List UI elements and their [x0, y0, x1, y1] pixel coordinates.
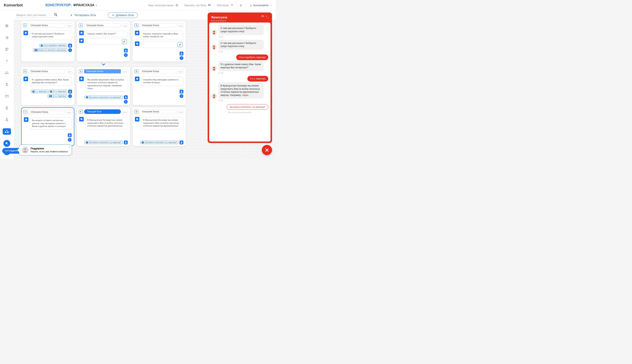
block-8[interactable]: 8 Текущий блок В Французском бульваре мы… — [77, 108, 130, 146]
sidebar-item-lock2[interactable] — [3, 116, 11, 123]
add-chip-button[interactable] — [124, 53, 128, 57]
block-message[interactable]: Хорошо, напишите пожалуйста Ваш номер те… — [141, 31, 183, 40]
block-input-field[interactable] — [85, 38, 128, 45]
block-title[interactable]: Описание блока — [140, 110, 176, 114]
chip[interactable]: 82-х к. квартира — [49, 90, 67, 93]
block-message[interactable]: В Французском бульваре мы можем предложи… — [85, 117, 128, 129]
chip[interactable]: 51 к. квартира — [31, 90, 48, 93]
plug-icon — [5, 59, 9, 63]
chat-suggestion[interactable]: Как можно посмотреть эту квартиру? — [227, 104, 268, 110]
chip[interactable]: 7Как можно посмотреть эту квартиру? — [140, 141, 178, 144]
bot-icon — [79, 76, 84, 81]
bot-icon — [135, 42, 139, 46]
block-menu-button[interactable] — [67, 23, 72, 28]
test-bot-button[interactable]: Тестировать бота — [70, 14, 96, 17]
person-icon — [23, 148, 28, 153]
constructor-label: КОНСТРУКТОР: — [46, 3, 72, 7]
block-title[interactable]: Текущий блок — [84, 109, 121, 114]
chevron-down-icon — [270, 4, 272, 6]
zoom-in-button[interactable] — [4, 140, 10, 147]
block-menu-button[interactable] — [178, 109, 184, 114]
block-title[interactable]: Описание блока — [84, 23, 121, 28]
add-chip-button[interactable] — [180, 56, 183, 60]
sidebar-item-billing[interactable] — [3, 93, 11, 100]
block-menu-button[interactable] — [66, 110, 72, 114]
notifications-button[interactable] — [237, 0, 245, 10]
block-4[interactable]: 4 Описание блока Я с удовольствием помог… — [21, 67, 74, 106]
block-9[interactable]: 9 Описание блока В Французском бульваре … — [133, 108, 186, 146]
support-close-button[interactable]: × — [69, 146, 70, 148]
block-menu-button[interactable] — [122, 69, 128, 74]
block-title[interactable]: Описание блока — [29, 23, 65, 28]
block-title[interactable]: Описание блока — [140, 69, 176, 74]
block-title[interactable]: Описание блока — [84, 69, 121, 74]
add-block-button[interactable]: Добавить блок — [108, 12, 137, 18]
chat-refresh-button[interactable] — [262, 16, 265, 19]
search-button[interactable] — [54, 13, 58, 18]
chip[interactable]: 103-х к. квартира — [48, 94, 67, 98]
add-chip-button[interactable] — [68, 138, 72, 142]
chip[interactable]: 7Как можно посмотреть эту квартиру? — [85, 96, 123, 99]
block-message[interactable]: В Французском бульваре мы можем предложи… — [141, 117, 183, 129]
block-message[interactable]: Вы можете оставить контактные данные, на… — [30, 117, 72, 130]
block-message[interactable]: Спасибо! Наш менеджер свяжется в течение… — [141, 76, 183, 86]
chip[interactable]: 4Хочу подобрать квартиру — [39, 44, 67, 47]
block-2[interactable]: 2 Описание блока Хорошо, какой у Вас воп… — [77, 21, 130, 62]
sidebar-item-lock1[interactable] — [3, 105, 11, 111]
user-menu[interactable]: konveradmin — [246, 0, 272, 10]
block-title[interactable]: Описание блока — [29, 110, 65, 114]
person-icon — [68, 44, 72, 48]
chat-expand-button[interactable] — [266, 16, 269, 19]
block-menu-button[interactable] — [67, 69, 72, 74]
chip[interactable]: 11Вопрос по ипотеке и рассрочке — [33, 48, 67, 52]
block-menu-button[interactable] — [122, 109, 128, 114]
block-title[interactable]: Описание блока — [29, 69, 65, 74]
search-input[interactable] — [16, 13, 54, 17]
person-icon — [124, 48, 128, 52]
chat-body[interactable]: О чем вам рассказать? Выберите среди под… — [209, 22, 271, 142]
add-chip-button[interactable] — [124, 100, 128, 104]
edit-button[interactable] — [122, 39, 127, 44]
telegram-link[interactable]: Наш телеграм канал — [146, 0, 180, 10]
block-message[interactable]: Я с удовольствием помогу Вам. Какая квар… — [30, 76, 72, 86]
sidebar-item-integrations[interactable] — [3, 58, 11, 64]
block-menu-button[interactable] — [178, 23, 184, 28]
block-message[interactable]: Мы можем предложить Вам на выбор несколь… — [85, 76, 128, 92]
chip[interactable]: 7Как можно посмотреть эту квартиру? — [85, 141, 123, 144]
sidebar-item-access[interactable] — [3, 81, 11, 88]
svg-point-8 — [182, 26, 182, 26]
chat-dots — [209, 20, 271, 22]
svg-point-25 — [181, 112, 181, 112]
block-1[interactable]: 1 Описание блока О чем вам рассказать? В… — [21, 21, 74, 62]
sidebar-item-settings[interactable] — [3, 34, 11, 41]
block-menu-button[interactable] — [178, 69, 184, 74]
bot-avatar — [212, 66, 217, 71]
training-link[interactable]: Обучение — [214, 0, 236, 10]
close-chat-fab[interactable] — [262, 145, 272, 155]
bot-name-dropdown[interactable]: ФРАНСУАЗА — [73, 3, 98, 7]
add-chip-button[interactable] — [68, 48, 72, 52]
block-input-field[interactable] — [141, 42, 183, 48]
sidebar-item-users[interactable] — [3, 70, 11, 76]
chat-header: Франсуаза — [209, 14, 271, 20]
block-title[interactable]: Описание блока — [140, 23, 176, 28]
svg-point-38 — [214, 95, 215, 96]
block-message[interactable]: О чем вам рассказать? Выберите среди под… — [30, 31, 72, 40]
person-icon — [180, 90, 183, 94]
block-number: 2 — [79, 24, 83, 27]
order-bot-link[interactable]: Заказать чат-бота — [182, 0, 213, 10]
block-7[interactable]: 7 Описание блока Вы можете оставить конт… — [21, 108, 74, 146]
flow-arrow-icon — [101, 63, 106, 66]
sidebar-item-bot[interactable] — [3, 23, 11, 29]
edit-button[interactable] — [177, 42, 182, 47]
sidebar-item-constructor[interactable] — [3, 128, 11, 135]
add-chip-button[interactable] — [68, 94, 72, 98]
block-6[interactable]: 6 Описание блока Спасибо! Наш менеджер с… — [133, 67, 186, 106]
sidebar-item-stats[interactable] — [3, 46, 11, 52]
block-message[interactable]: Хорошо, какой у Вас вопрос? — [85, 31, 128, 37]
block-5[interactable]: 5 Описание блока Мы можем предложить Вам… — [77, 67, 130, 106]
block-menu-button[interactable] — [122, 23, 128, 28]
add-chip-button[interactable] — [180, 94, 183, 98]
block-3[interactable]: 3 Описание блока Хорошо, напишите пожалу… — [133, 21, 186, 62]
chat-bubble: О чем вам рассказать? Выберите среди под… — [218, 25, 264, 35]
